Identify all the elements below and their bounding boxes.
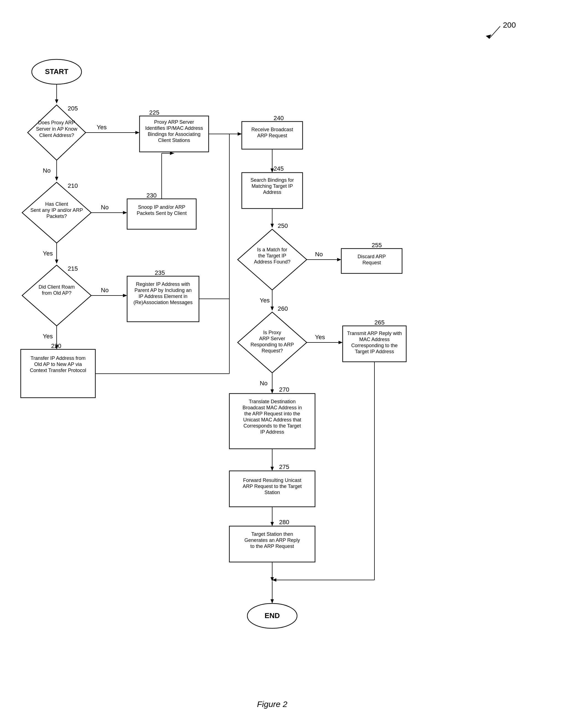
node-245-text2: Matching Target IP [251,183,293,189]
node-270-text4: Unicast MAC Address that [243,417,301,423]
no-label-210: No [101,204,109,211]
node-240-text1: Receive Broadcast [251,127,293,132]
no-label-250: No [315,251,323,258]
svg-marker-44 [270,599,274,603]
node-210-label: 210 [68,182,78,189]
no-label-205: No [43,167,51,174]
node-265-text3: Corresponding to the [351,343,398,348]
node-225-text3: Bindings for Associating [147,131,200,137]
node-270-text5: Corresponds to the Target [243,423,301,429]
svg-marker-7 [135,131,139,134]
node-250-label: 250 [278,222,288,229]
node-270-text3: the ARP Request into the [244,411,300,416]
svg-marker-18 [270,224,274,228]
node-245-text1: Search Bindings for [250,177,294,183]
node-265-text4: Target IP Address [355,349,394,354]
node-275-label: 275 [279,463,289,470]
node-255-label: 255 [372,242,382,249]
no-label-215: No [101,287,109,294]
diagram-container: 200 START Does Proxy ARP Server in AP Kn… [0,0,564,728]
node-210-text2: Sent any IP and/or ARP [30,207,83,213]
node-280-text3: to the ARP Request [250,544,294,549]
node-260-text1: Is Proxy [263,330,281,335]
start-label: START [45,67,68,76]
node-235-text1: Register IP Address with [136,281,190,287]
node-275-text1: Forward Resulting Unicast [243,478,301,483]
svg-marker-30 [270,389,274,394]
node-225-text2: Identifies IP/MAC Address [145,125,203,131]
node-250-text2: the Target IP [258,253,286,259]
svg-line-0 [489,26,500,39]
node-270-text1: Translate Destination [249,399,296,404]
yes-label-210: Yes [43,250,53,257]
node-270-text2: Broadcast MAC Address in [242,405,302,410]
node-270-label: 270 [279,386,289,393]
svg-marker-27 [339,341,343,344]
end-label: END [265,611,280,620]
node-215-text1: Did Client Roam [38,284,75,290]
svg-marker-48 [123,211,127,214]
node-260-label: 260 [278,305,288,312]
node-260-text4: Request? [261,348,283,354]
node-240-text2: ARP Request [257,133,288,138]
svg-marker-36 [270,522,274,526]
node-260-text2: ARP Server [259,336,286,341]
node-280-text2: Generates an ARP Reply [244,537,300,543]
node-250-text1: Is a Match for [257,247,287,252]
svg-marker-4 [55,99,58,104]
node-230-text2: Packets Sent by Client [136,210,186,216]
node-205-text: Does Proxy ARP [38,120,75,125]
node-205-text3: Client Address? [39,133,74,138]
node-275-text3: Station [264,490,280,495]
svg-marker-9 [55,177,58,181]
node-265-text1: Transmit ARP Reply with [347,331,402,336]
node-225-text4: Client Stations [158,138,190,143]
node-265-text2: MAC Address [359,337,390,342]
node-215-text2: from Old AP? [42,290,71,296]
yes-label-260: Yes [315,334,325,341]
node-245-label: 245 [273,165,284,172]
svg-marker-62 [238,132,242,136]
node-255-text1: Discard ARP [358,254,386,259]
node-280-label: 280 [279,519,289,526]
node-215-label: 215 [68,265,78,272]
node-205-text2: Server in AP Know [36,126,78,132]
node-205-label: 205 [68,105,78,112]
yes-label-205: Yes [97,124,107,131]
figure-label: Figure 2 [257,700,288,709]
node-210-text3: Packets? [46,213,67,219]
node-220-text3: Context Transfer Protocol [30,368,86,373]
node-240-label: 240 [273,115,284,122]
node-275-text2: ARP Request to the Target [242,484,302,489]
svg-marker-42 [270,577,274,581]
node-245-text3: Address [263,189,281,195]
svg-marker-57 [123,294,127,297]
node-220-label: 220 [51,342,61,349]
yes-label-250: Yes [260,297,270,304]
node-235-text4: (Re)Association Messages [133,300,192,305]
node-220-text1: Transfer IP Address from [30,355,85,361]
node-230-label: 230 [146,192,157,199]
node-220-text2: Old AP to New AP via [34,362,82,367]
yes-label-215: Yes [43,333,53,340]
svg-marker-1 [486,35,491,39]
ref-number: 200 [503,21,516,29]
node-235-text3: IP Address Element in [139,294,188,299]
node-230-text1: Snoop IP and/or ARP [138,204,185,210]
node-235-label: 235 [155,269,165,276]
svg-marker-21 [337,258,341,261]
node-255-text2: Request [362,260,381,265]
node-210-text1: Has Client [45,201,68,207]
node-265-label: 265 [375,319,385,326]
node-250-text3: Address Found? [254,259,291,265]
node-260-text3: Responding to ARP [250,342,294,347]
node-225-label: 225 [149,109,159,116]
no-label-260: No [260,380,267,387]
node-225-text1: Proxy ARP Server [154,119,194,125]
svg-marker-33 [270,467,274,471]
node-270-text6: IP Address [260,429,285,435]
svg-marker-24 [270,307,274,311]
svg-marker-54 [55,260,58,264]
node-235-text2: Parent AP by Including an [134,287,192,293]
node-280-text1: Target Station then [251,531,293,537]
